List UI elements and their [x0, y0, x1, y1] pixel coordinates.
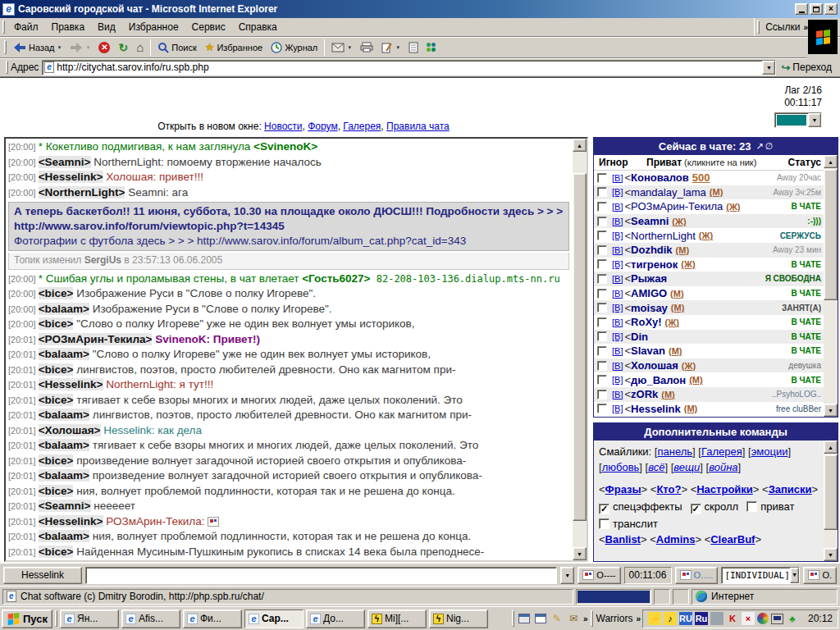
chat-nick[interactable]: <Холошая> — [39, 424, 101, 436]
command-link-Настройки[interactable]: Настройки — [696, 483, 753, 495]
history-button[interactable]: Журнал — [267, 39, 322, 57]
ignore-checkbox[interactable] — [597, 404, 607, 413]
ignore-checkbox[interactable] — [597, 274, 607, 284]
smilies-link-любовь[interactable]: любовь — [602, 461, 640, 473]
tray-icon-1[interactable]: ⚡ — [648, 612, 661, 625]
menu-item-справка[interactable]: Справка — [232, 19, 284, 35]
smilies-link-эмоции[interactable]: эмоции — [751, 445, 788, 458]
ignore-checkbox[interactable] — [597, 289, 607, 299]
forward-button[interactable]: ▼ — [66, 39, 94, 57]
chevron-icon[interactable]: » — [803, 23, 807, 32]
user-nick[interactable]: AMIGO — [631, 287, 667, 299]
gender-badge[interactable]: (М) — [670, 289, 684, 299]
gender-badge[interactable]: (М) — [684, 404, 698, 413]
smilies-link-всё[interactable]: всё — [648, 461, 664, 473]
command-link-Записки[interactable]: Записки — [769, 483, 812, 495]
smilies-link-вещи[interactable]: вещи — [673, 461, 700, 473]
refresh-list-icon[interactable]: ↗ — [756, 141, 763, 152]
user-nick[interactable]: Din — [631, 331, 648, 343]
ignore-checkbox[interactable] — [597, 303, 607, 313]
chat-nick[interactable]: <Hesselink> — [39, 515, 103, 527]
send-button[interactable]: О---- — [578, 567, 620, 584]
window-shortcut-icon[interactable] — [534, 612, 547, 625]
links-label[interactable]: Ссылки — [762, 21, 803, 33]
menu-item-файл[interactable]: Файл — [7, 19, 45, 35]
user-nick[interactable]: RoXy! — [631, 316, 662, 328]
task-button-Nig[interactable]: ϟNig... — [429, 609, 488, 628]
options-button[interactable]: О. — [803, 567, 837, 584]
command-link-ClearBuf[interactable]: ClearBuf — [710, 533, 755, 546]
address-dropdown-button[interactable]: ▼ — [762, 61, 775, 75]
gender-badge[interactable]: (М) — [710, 187, 724, 197]
task-button-До[interactable]: eДо... — [306, 609, 365, 628]
bold-link[interactable]: [B] — [612, 217, 623, 226]
tray-icon-5[interactable] — [710, 612, 724, 625]
bold-link[interactable]: [B] — [612, 259, 623, 269]
gender-badge[interactable]: (М) — [671, 303, 685, 313]
chat-nick[interactable]: <balaam> — [39, 303, 89, 315]
chat-nick[interactable]: <balaam> — [39, 348, 89, 360]
gender-badge[interactable]: (М) — [661, 390, 675, 399]
user-extra[interactable]: 500 — [692, 171, 710, 184]
bold-link[interactable]: [B] — [612, 390, 623, 399]
tray-icon-2[interactable]: ♪ — [664, 612, 677, 625]
chat-nick[interactable]: <balaam> — [39, 439, 89, 451]
user-nick[interactable]: moisay — [631, 302, 668, 314]
pen-shortcut-icon[interactable]: ✎ — [550, 612, 564, 625]
bold-link[interactable]: [B] — [612, 289, 623, 299]
ignore-checkbox[interactable] — [597, 361, 607, 371]
user-nick[interactable]: zORk — [631, 388, 658, 400]
chat-nick[interactable]: <bice> — [39, 287, 74, 299]
smilies-link-панель[interactable]: панель — [657, 445, 692, 458]
chat-nick[interactable]: <NorthernLight> — [39, 186, 126, 199]
ignore-checkbox[interactable] — [597, 259, 607, 269]
mail-button[interactable]: ▼ — [327, 39, 356, 57]
toolbar-grip[interactable] — [757, 21, 760, 33]
menu-item-сервис[interactable]: Сервис — [185, 19, 232, 35]
bold-link[interactable]: [B] — [612, 303, 623, 313]
open-link-3[interactable]: Галерея — [343, 121, 381, 132]
task-button-Сар[interactable]: eСар... — [244, 609, 304, 628]
ignore-checkbox[interactable] — [597, 331, 607, 341]
users-scrollbar[interactable]: ▲ ▼ — [824, 155, 838, 417]
commands-scrollbar[interactable]: ▲ ▼ — [824, 441, 838, 561]
gender-badge[interactable]: (М) — [689, 375, 703, 385]
user-nick[interactable]: mandalay_lama — [631, 186, 706, 199]
user-nick[interactable]: NorthernLight — [631, 230, 696, 242]
chat-nick[interactable]: <bice> — [39, 546, 74, 558]
taskbar-grip[interactable] — [512, 610, 514, 627]
bold-link[interactable]: [B] — [612, 331, 623, 341]
stop-button[interactable]: ✕ — [94, 39, 114, 57]
menu-item-избранное[interactable]: Избранное — [122, 19, 185, 35]
refresh-chat-button[interactable]: О..... — [675, 567, 719, 584]
bold-link[interactable]: [B] — [612, 404, 623, 413]
taskbar-grip[interactable] — [55, 610, 57, 627]
warriors-toolbar-label[interactable]: Warriors — [596, 613, 633, 624]
tray-icon-10[interactable]: ♣ — [786, 612, 799, 625]
gender-badge[interactable]: (Ж) — [672, 217, 686, 226]
home-button[interactable]: ⌂ — [132, 39, 148, 57]
ignore-checkbox[interactable] — [597, 187, 607, 197]
refresh-button[interactable]: ↻ — [114, 39, 132, 57]
bold-link[interactable]: [B] — [612, 361, 623, 371]
scroll-down-button[interactable]: ▼ — [573, 547, 587, 560]
message-history-dropdown[interactable]: ▼ — [560, 567, 574, 584]
ignore-checkbox[interactable] — [597, 317, 607, 327]
bold-link[interactable]: [B] — [612, 187, 623, 197]
toolbar-grip[interactable] — [4, 40, 7, 55]
bold-link[interactable]: [B] — [612, 375, 623, 385]
go-button[interactable]: ↪ Переход — [776, 62, 837, 74]
chat-nick[interactable]: <Seamni> — [39, 500, 91, 512]
toolbar-grip[interactable] — [6, 61, 8, 73]
tray-icon-3[interactable]: RU — [679, 612, 692, 625]
topic-link[interactable]: http://www.sarov.info/forum/viewtopic.ph… — [14, 220, 285, 232]
user-nick[interactable]: Холошая — [631, 359, 678, 372]
bold-link[interactable]: [B] — [612, 202, 623, 212]
chat-nick[interactable]: <Hesselink> — [39, 378, 103, 390]
gender-badge[interactable]: (Ж) — [699, 231, 713, 240]
smilies-link-война[interactable]: война — [709, 461, 737, 473]
checkbox-спецэффекты[interactable]: ✓ — [599, 504, 609, 514]
chat-nick[interactable]: <Hesselink> — [39, 171, 103, 183]
scroll-thumb[interactable] — [824, 454, 838, 530]
show-desktop-icon[interactable] — [518, 612, 531, 625]
